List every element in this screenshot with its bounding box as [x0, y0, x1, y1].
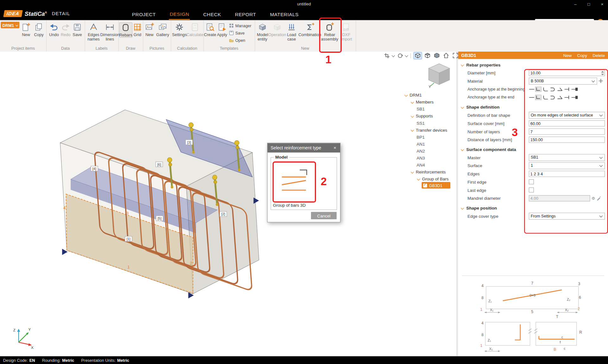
tab-project[interactable]: PROJECT [131, 9, 156, 19]
gallery-button[interactable]: Gallery [156, 22, 169, 37]
solid-view-button[interactable] [433, 52, 441, 59]
svg-text:2: 2 [578, 307, 580, 311]
edges-input[interactable] [529, 171, 605, 177]
zoom-fit-button[interactable] [452, 52, 459, 59]
apply-template-button[interactable]: Apply [217, 22, 227, 37]
rebar-new-button[interactable]: New [563, 53, 572, 58]
maximize-button[interactable]: □ [583, 0, 595, 9]
wireframe-view-button[interactable] [414, 52, 422, 59]
rebar-copy-button[interactable]: Copy [577, 53, 587, 58]
close-button[interactable]: × [596, 0, 608, 9]
tab-report[interactable]: REPORT [234, 9, 257, 19]
template-save-button[interactable]: Save [229, 31, 244, 35]
cancel-button[interactable]: Cancel [311, 212, 337, 219]
wireframe-cube-icon [415, 53, 421, 59]
grid-icon [133, 22, 142, 32]
model-entity-button[interactable]: Model entity [256, 22, 269, 41]
copy-project-item-button[interactable]: Copy [33, 22, 45, 37]
svg-text:[4]: [4] [92, 167, 96, 171]
tree-item-reinforcements[interactable]: Reinforcements [402, 169, 446, 175]
section-surface-component-data[interactable]: Surface component data [458, 144, 608, 154]
orbit-view-button[interactable] [396, 52, 404, 59]
create-template-button[interactable]: Create [204, 22, 216, 37]
svg-text:B: B [554, 347, 556, 352]
rebars-button[interactable]: Rebars [119, 22, 132, 38]
anchorage-type-icons[interactable] [529, 86, 581, 92]
tree-item-an1[interactable]: AN1 [402, 141, 425, 147]
section-shape-definition[interactable]: Shape definition [458, 101, 608, 111]
rounding-status: Rounding:Metric [42, 358, 74, 362]
chevron-down-icon[interactable] [411, 100, 414, 104]
grid-button[interactable]: Grid [132, 22, 142, 37]
first-edge-checkbox[interactable] [529, 179, 534, 184]
crop-dropdown-chevron-icon[interactable] [392, 54, 395, 57]
anchorage-type-icons[interactable] [529, 95, 581, 100]
settings-button[interactable]: Settings [172, 22, 186, 37]
template-manager-button[interactable]: Manager [229, 23, 251, 28]
svg-text:Z₁: Z₁ [488, 338, 491, 342]
minimize-button[interactable]: – [570, 0, 581, 9]
tree-item-supports[interactable]: Supports [402, 113, 433, 119]
navigation-cube[interactable]: Y [426, 60, 453, 88]
dialog-title-bar[interactable]: Select reinforcement type × [268, 143, 340, 152]
rebar-delete-button[interactable]: Delete [592, 53, 605, 58]
template-open-button[interactable]: Open [229, 38, 245, 43]
combination-button[interactable]: Combination [298, 22, 322, 37]
tab-design[interactable]: DESIGN [169, 9, 190, 20]
edit-pencil-icon[interactable] [597, 196, 601, 201]
section-shape-position[interactable]: Shape position [458, 202, 608, 212]
drm1-dropdown[interactable]: DRM1 [1, 22, 19, 28]
save-button[interactable]: Save [72, 22, 83, 37]
checked-checkbox-icon[interactable] [423, 183, 427, 187]
rebar-assembly-button[interactable]: Rebar assembly [321, 22, 338, 41]
tab-materials[interactable]: MATERIALS [269, 9, 299, 19]
tree-item-transfer-devices[interactable]: Transfer devices [402, 127, 447, 133]
viewport-3d-scene[interactable]: [3] [6] [4] [5] [2] [1] 1 2 3 4 [0, 52, 457, 356]
tree-item-an4[interactable]: AN4 [402, 162, 425, 168]
chevron-down-icon[interactable] [411, 170, 414, 173]
new-picture-button[interactable]: New [144, 22, 155, 37]
spinner-icon[interactable] [601, 71, 604, 75]
last-edge-checkbox[interactable] [529, 187, 534, 192]
material-dropdown[interactable]: B 500B [529, 78, 597, 85]
tree-item-drm1[interactable]: DRM1 [402, 92, 422, 98]
edges-names-button[interactable]: Edges names [86, 22, 102, 41]
tree-item-sb1[interactable]: SB1 [402, 106, 425, 112]
master-dropdown[interactable]: SB1 [529, 154, 605, 161]
app-window: untitled – □ × IDEA StatiCa® DETAIL PROJ… [0, 0, 608, 364]
chevron-down-icon[interactable] [417, 177, 420, 180]
shaded-view-button[interactable] [424, 52, 432, 59]
diameter-input[interactable] [529, 70, 605, 76]
dimension-lines-button[interactable]: Dimension lines [102, 22, 118, 41]
home-view-button[interactable] [442, 52, 450, 59]
tree-item-an3[interactable]: AN3 [402, 155, 425, 161]
orbit-dropdown-chevron-icon[interactable] [405, 54, 408, 57]
tree-item-bp1[interactable]: BP1 [402, 134, 425, 140]
section-rebar-properties[interactable]: Rebar properties [458, 59, 608, 69]
distance-of-layers-input[interactable] [529, 136, 605, 143]
undo-button[interactable]: Undo [48, 22, 59, 37]
bar-shape-dropdown[interactable]: On more edges of selected surface [529, 111, 605, 118]
new-project-item-button[interactable]: New [20, 22, 32, 37]
tree-item-ss1[interactable]: SS1 [402, 120, 425, 126]
tree-item-group-of-bars[interactable]: Group of Bars [402, 176, 449, 182]
add-material-plus-icon[interactable] [599, 79, 603, 83]
chevron-down-icon[interactable] [411, 129, 414, 132]
tab-check[interactable]: CHECK [202, 9, 222, 19]
svg-text:[1]: [1] [127, 237, 130, 241]
load-case-button[interactable]: Load case [286, 22, 297, 41]
edge-cover-type-dropdown[interactable]: From Settings [529, 212, 605, 219]
tree-item-an2[interactable]: AN2 [402, 148, 425, 154]
tree-item-members[interactable]: Members [402, 99, 434, 105]
surface-dropdown[interactable]: 1 [529, 162, 605, 169]
dialog-close-button[interactable]: × [333, 145, 337, 151]
chevron-down-icon[interactable] [411, 114, 414, 117]
tree-item-gb3d1-selected[interactable]: GB3D1 [421, 182, 450, 189]
number-of-layers-input[interactable] [529, 128, 605, 135]
row-anchorage-end: Anchorage type at the end [458, 93, 608, 101]
orbit-icon [397, 53, 403, 58]
surface-cover-input[interactable] [529, 120, 605, 126]
chevron-down-icon[interactable] [404, 93, 408, 97]
section-crop-button[interactable] [383, 52, 391, 59]
group-of-bars-3d-option-icon[interactable] [277, 165, 311, 198]
